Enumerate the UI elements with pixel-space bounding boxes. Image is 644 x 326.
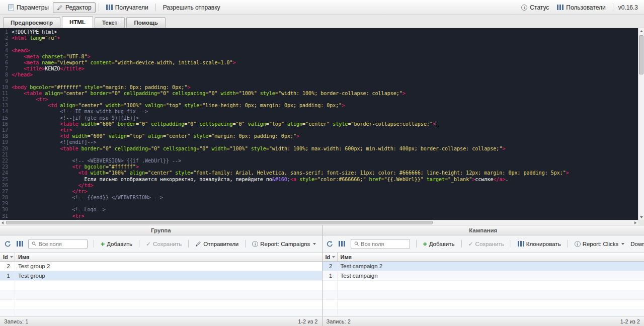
status-label: Статус	[530, 4, 549, 11]
column-header-name[interactable]: Имя	[338, 253, 644, 261]
column-header-id[interactable]: Id	[0, 253, 15, 261]
table-row[interactable]: 2Test campaign 2	[323, 262, 644, 271]
search-icon	[354, 241, 359, 247]
group-toolbar: + Добавить ✓ Сохранить Отправители i Rep…	[0, 235, 322, 253]
refresh-button[interactable]	[2, 238, 13, 250]
tab-html-label: HTML	[69, 19, 86, 25]
save-button[interactable]: ✓ Сохранить	[143, 239, 184, 249]
horizontal-scroll-thumb[interactable]	[6, 221, 433, 224]
tab-text-label: Текст	[102, 20, 117, 26]
editor-horizontal-scrollbar[interactable]	[0, 220, 638, 225]
column-name-label: Имя	[341, 254, 352, 260]
toolbar-separator	[139, 240, 139, 248]
pencil-icon	[57, 5, 63, 11]
info-icon: i	[521, 5, 527, 11]
top-toolbar: Параметры Редактор Получатели Разрешить …	[0, 0, 644, 15]
column-name-label: Имя	[18, 254, 29, 260]
tab-text[interactable]: Текст	[95, 17, 125, 28]
toolbar-separator	[245, 240, 246, 248]
campaign-grid-header: Id Имя	[323, 253, 644, 262]
editor-viewport[interactable]: 1234567891011121314151617181920212223242…	[0, 29, 638, 220]
refresh-button[interactable]	[325, 238, 336, 250]
clone-label: Клонировать	[526, 241, 561, 247]
clone-button[interactable]: Клонировать	[515, 239, 564, 249]
group-grid-body: 2Test group 21Test group	[0, 262, 322, 316]
tab-help[interactable]: Помощь	[126, 17, 165, 28]
check-icon: ✓	[146, 241, 151, 247]
group-search-input[interactable]	[39, 241, 84, 247]
toolbar-separator	[94, 240, 94, 248]
columns-button[interactable]	[14, 238, 25, 250]
columns-button[interactable]	[337, 238, 348, 250]
scroll-up-icon[interactable]	[640, 30, 643, 32]
column-header-id[interactable]: Id	[323, 253, 338, 261]
params-button[interactable]: Параметры	[4, 2, 53, 13]
group-status-bar: Запись: 1 1-2 из 2	[0, 316, 322, 326]
download-label: Download	[630, 241, 644, 247]
add-button[interactable]: + Добавить	[98, 239, 135, 249]
column-header-name[interactable]: Имя	[15, 253, 322, 261]
tab-help-label: Помощь	[134, 20, 157, 26]
campaign-toolbar: + Добавить ✓ Сохранить Клонировать i Rep…	[323, 235, 644, 253]
allow-send-label: Разрешить отправку	[163, 4, 220, 11]
download-button[interactable]: Download	[628, 239, 644, 249]
report-clicks-button[interactable]: i Report: Clicks	[572, 239, 627, 249]
search-icon	[32, 241, 37, 247]
range-indicator: 1-2 из 2	[298, 318, 317, 324]
scroll-right-icon[interactable]	[634, 221, 636, 224]
table-row-empty	[0, 309, 322, 316]
senders-button[interactable]: Отправители	[193, 239, 241, 249]
record-indicator: Запись: 2	[327, 318, 351, 324]
table-row-empty	[0, 281, 322, 290]
vertical-scroll-thumb[interactable]	[639, 35, 643, 74]
campaign-grid-body: 2Test campaign 21Test campaign	[323, 262, 644, 316]
column-id-label: Id	[326, 254, 331, 260]
table-row-empty	[0, 290, 322, 300]
download-button[interactable]: Download	[319, 239, 321, 249]
table-row[interactable]: 2Test group 2	[0, 262, 322, 271]
info-icon: i	[575, 241, 581, 247]
group-panel: Группа + Добавить ✓ Сохранить	[0, 225, 323, 326]
allow-send-button[interactable]: Разрешить отправку	[159, 2, 224, 13]
editor-vertical-scrollbar[interactable]	[638, 28, 644, 220]
campaign-search-input[interactable]	[361, 241, 406, 247]
columns-icon	[17, 241, 23, 247]
tab-html[interactable]: HTML	[62, 16, 93, 28]
group-search-box[interactable]	[28, 239, 88, 249]
table-row-empty	[0, 300, 322, 309]
tab-bar: Предпросмотр HTML Текст Помощь	[0, 15, 644, 28]
report-label: Report: Campaigns	[260, 241, 310, 247]
table-row-empty	[323, 309, 644, 316]
add-button[interactable]: + Добавить	[421, 239, 457, 249]
table-row-empty	[323, 290, 644, 300]
campaign-panel-title: Кампания	[323, 225, 644, 235]
table-row-empty	[323, 281, 644, 290]
recipients-button[interactable]: Получатели	[102, 2, 152, 13]
campaign-search-box[interactable]	[351, 239, 410, 249]
refresh-icon	[327, 240, 333, 247]
table-row[interactable]: 1Test campaign	[323, 271, 644, 281]
info-icon: i	[252, 241, 258, 247]
add-label: Добавить	[107, 241, 132, 247]
code-editor[interactable]: 1234567891011121314151617181920212223242…	[0, 28, 644, 225]
record-indicator: Запись: 1	[4, 318, 28, 324]
report-label: Report: Clicks	[583, 241, 619, 247]
editor-code[interactable]: <!DOCTYPE html><html lang="ru"><head> <m…	[10, 29, 638, 220]
users-button[interactable]: Пользователи	[553, 2, 609, 13]
plus-icon: +	[101, 241, 105, 247]
status-button[interactable]: i Статус	[517, 2, 553, 13]
toolbar-separator	[613, 4, 613, 11]
campaign-status-bar: Запись: 2 1-2 из 2	[323, 316, 644, 326]
save-label: Сохранить	[153, 241, 182, 247]
range-indicator: 1-2 из 2	[620, 318, 640, 324]
report-campaigns-button[interactable]: i Report: Campaigns	[250, 239, 318, 249]
scroll-left-icon[interactable]	[2, 221, 4, 224]
tab-preview[interactable]: Предпросмотр	[3, 17, 60, 28]
toolbar-separator	[99, 4, 99, 11]
sort-desc-icon	[10, 256, 13, 258]
table-row[interactable]: 1Test group	[0, 271, 322, 281]
save-button[interactable]: ✓ Сохранить	[466, 239, 507, 249]
editor-button[interactable]: Редактор	[53, 2, 96, 13]
recipients-label: Получатели	[115, 4, 148, 11]
scroll-down-icon[interactable]	[640, 216, 643, 218]
